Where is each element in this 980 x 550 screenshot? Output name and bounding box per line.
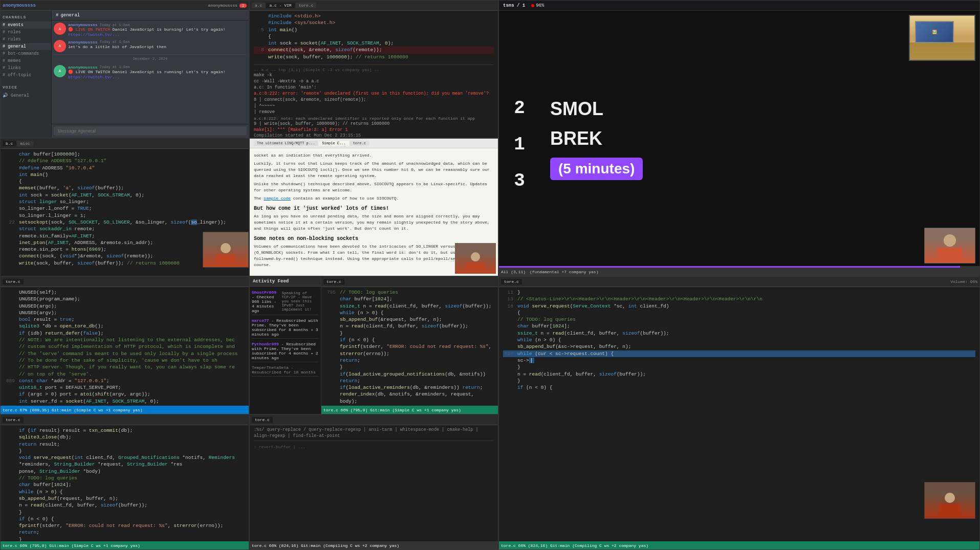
stream-numbers-col: 2 1 3 (499, 11, 540, 268)
blog-heading-2: Some notes on non-blocking sockets (254, 235, 494, 243)
msg-username-2: anonymoussss (68, 40, 98, 45)
blog-tab-1[interactable]: The ultimate LINQ/MQTT p... (254, 141, 318, 146)
msg-avatar-1: A (54, 23, 66, 35)
bl-line-8: // NOTE: We are intentionally not listen… (5, 337, 245, 343)
msg-text-1: 🔴 LIVE ON TWITCH Daniel JavaScript is bu… (68, 27, 247, 38)
tab-bar-middle-left: b.c misc (3, 141, 33, 146)
msg-content-1: anonymoussss Today at 1:0am 🔴 LIVE ON TW… (68, 23, 247, 38)
discord-body: CHANNELS # events # roles # rules # gene… (1, 11, 249, 138)
discord-panel: anonymoussss anonymoussss 1 CHANNELS # e… (0, 0, 249, 138)
bbm-code-area: :%s/ query-replace / query-replace-regex… (250, 425, 498, 541)
channel-item-general[interactable]: # general (1, 43, 51, 50)
br-webcam (924, 482, 975, 519)
error-output-section: -- a.c -- top (3,1) (Simple C -2 vs comp… (254, 64, 494, 138)
main-stream-panel: tsns / 1 96% 2 1 3 SMOL BREK (5 minutes) (498, 0, 980, 276)
activity-sub-4: TemperThetaSeta - Resubscribed for 18 mo… (252, 365, 319, 375)
br-person-body (939, 504, 961, 518)
bbl-header: tore.c (1, 415, 249, 425)
bm-line-4: while (n > 0) { (325, 310, 494, 316)
bottom-middle-code-header: tore.c (321, 277, 498, 287)
msg-avatar-2: A (54, 40, 66, 52)
bottom-right-code-panel: tore.c Volume: 96% 11 } 13 // <Status-Li… (498, 276, 980, 550)
stream-thumbnail: 🖼️ (909, 15, 975, 61)
bl-line-9: // custom scuffed implementation of HTTP… (5, 343, 245, 350)
tab-stdio[interactable]: a.c (252, 3, 265, 8)
bbl-line-9: sb_append_buf(request, buffer, n); (5, 495, 245, 502)
br-line-while: while (n > 0) { (503, 337, 975, 343)
bbl-line-2: sqlite3_close(db); (5, 434, 245, 441)
bbl-line-15: } (5, 536, 245, 541)
timestamp-divider: December 2, 2024 (54, 54, 247, 63)
discord-header-tabs: anonymoussss (208, 3, 237, 8)
bm-line-14: render_index(db, &notifs, &reminders, re… (325, 391, 494, 405)
channel-item-links[interactable]: # links (1, 64, 51, 72)
tab-misc[interactable]: misc (17, 141, 33, 146)
bbl-line-7: char buffer[1024]; (5, 481, 245, 488)
room-artwork: 🖼️ (915, 21, 954, 43)
channel-item-memes[interactable]: # memes (1, 57, 51, 64)
bottom-right-tabs: tore.c (501, 279, 522, 284)
ml-person-head (221, 243, 231, 253)
msg-time-1: Today at 1:0am (100, 23, 130, 27)
discord-chat-input[interactable] (54, 126, 247, 136)
br-person-head (945, 493, 955, 503)
tab-tore-bm[interactable]: tore.c (323, 279, 344, 284)
tab-bc[interactable]: b.c (3, 141, 16, 146)
tab-tore-bbm[interactable]: tore.c (252, 417, 273, 423)
bbl-line-6: ponse, String_Builder *body) (5, 468, 245, 475)
br-line-todo: // TODO: log queries (503, 316, 975, 323)
channels-label: CHANNELS (1, 11, 51, 21)
voice-label: VOICE (1, 83, 51, 92)
bl-line-1: UNUSED(self); (5, 289, 245, 296)
blog-tab-3[interactable]: tore.c (350, 141, 369, 146)
blog-para-4: As long as you have no unread pending da… (254, 213, 494, 232)
channel-item-bot[interactable]: # bot-commands (1, 50, 51, 57)
stream-channel-name: tsns / 1 (503, 3, 525, 8)
stream-status-bar: All (3,11) (fundamental +7 company yas) (499, 268, 979, 276)
tab-tore-br[interactable]: tore.c (501, 279, 522, 284)
ml-line-22: 22 setsockopt(sock, SOL_SOCKET, SO_LINGE… (5, 219, 245, 226)
br-webcam-person (925, 482, 975, 518)
discord-message-1: A anonymoussss Today at 1:0am 🔴 LIVE ON … (54, 23, 247, 38)
progress-track (499, 266, 979, 268)
sample-code-link[interactable]: sample code (264, 196, 291, 201)
bottom-middle-code: tore.c 795 // TODO: log queries char buf… (321, 277, 498, 414)
tab-tore-bbl[interactable]: tore.c (3, 417, 24, 423)
channel-item-roles[interactable]: # roles (1, 29, 51, 36)
code-line-5: 5 int main() (254, 27, 494, 33)
bl-line-6: sqlite3 *db = open_tore_db(); (5, 323, 245, 329)
channel-item-rules[interactable]: # rules (1, 36, 51, 43)
blog-tab-active[interactable]: Simple C... (319, 141, 349, 146)
channel-item-events[interactable]: # events (1, 21, 51, 29)
webcam-person (925, 228, 975, 263)
person-head (944, 234, 956, 247)
tab-ac[interactable]: a.c - VIM (266, 3, 294, 8)
channel-item-offtopic[interactable]: # off-topic (1, 72, 51, 79)
tab-tore[interactable]: tore.c (296, 3, 317, 8)
discord-input-area[interactable] (52, 124, 249, 138)
bl-line-5: bool result = true; (5, 316, 245, 323)
tab-tore-bottom-left[interactable]: tore.c (3, 279, 24, 284)
bl-line-13: // on top of the 'serve'. (5, 371, 245, 378)
live-indicator (531, 4, 534, 7)
br-line-sb: sb_append_buf(&sc->request, buffer, n); (503, 343, 975, 350)
blog-para-2: Unlike the shutdown() technique describe… (254, 181, 494, 193)
br-line-read: ssize_t n = read(client_fd, buffer, size… (503, 330, 975, 337)
blog-webcam (455, 243, 496, 274)
blog-webcam-person (455, 243, 496, 274)
bl-line-16: int server_fd = socket(AF_INET, SOCK_STR… (5, 398, 245, 405)
bl-line-809: 809 const char *addr = "127.0.0.1"; (5, 378, 245, 384)
msg-time-3: Today at 1:0am (100, 65, 130, 69)
channel-item-voice[interactable]: 🔊 General (1, 92, 51, 99)
bbl-line-12: if (n < 0) { (5, 516, 245, 522)
code-line-3: #include <sys/socket.h> (254, 19, 494, 26)
bbl-line-4: } (5, 448, 245, 454)
person-body (937, 248, 963, 263)
br-volume-label: Volume: 96% (950, 279, 977, 284)
ml-line-1: char buffer[1000000]; (5, 151, 245, 158)
blog-intro: socket as an indication that everything … (254, 152, 494, 159)
ml-line-10: int sock = socket(AF_INET, SOCK_STREAM, … (5, 192, 245, 199)
blog-tab-bar: The ultimate LINQ/MQTT p... Simple C... … (254, 141, 369, 146)
bbl-status-bar: tore.c 66% (795,0) Git:main (Simple C ws… (1, 541, 249, 549)
viewer-count: 96% (531, 3, 544, 8)
